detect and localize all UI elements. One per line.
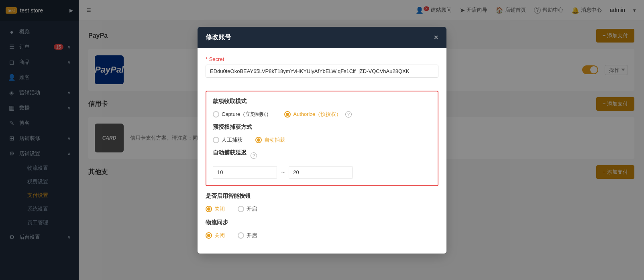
delay-separator: ~ bbox=[281, 169, 285, 176]
delay-min-input[interactable] bbox=[213, 166, 277, 179]
logistics-title: 物流同步 bbox=[206, 219, 438, 226]
logistics-off-option[interactable]: 关闭 bbox=[206, 232, 225, 239]
logistics-on-option[interactable]: 开启 bbox=[238, 232, 257, 239]
secret-input[interactable] bbox=[206, 65, 438, 78]
delay-max-input-wrap: 秒 ∨ bbox=[289, 166, 353, 179]
auto-delay-title: 自动捕获延迟 bbox=[213, 149, 247, 156]
authorize-help-icon[interactable]: ? bbox=[345, 111, 352, 118]
capture-label: Capture（立刻到账） bbox=[222, 111, 271, 118]
auto-delay-help-icon[interactable]: ? bbox=[251, 152, 257, 159]
modal-close-button[interactable]: × bbox=[434, 33, 438, 41]
manual-capture-option[interactable]: 人工捕获 bbox=[213, 136, 243, 144]
payment-mode-title: 款项收取模式 bbox=[213, 98, 431, 105]
payment-mode-radio-group: Capture（立刻到账） Authorize（预授权） ? bbox=[213, 111, 431, 118]
logistics-on-radio[interactable] bbox=[238, 232, 244, 239]
delay-max-input[interactable] bbox=[289, 166, 353, 179]
authorize-label: Authorize（预授权） bbox=[293, 111, 341, 118]
modal-header: 修改账号 × bbox=[198, 27, 446, 48]
secret-field-section: * Secret bbox=[206, 56, 438, 84]
capture-radio[interactable] bbox=[213, 111, 219, 118]
logistics-off-radio[interactable] bbox=[206, 232, 212, 239]
smart-btn-open-label: 开启 bbox=[247, 205, 257, 213]
capture-option[interactable]: Capture（立刻到账） bbox=[213, 111, 271, 118]
logistics-on-label: 开启 bbox=[247, 232, 257, 239]
manual-capture-label: 人工捕获 bbox=[222, 136, 243, 144]
authorize-capture-radio-group: 人工捕获 自动捕获 bbox=[213, 136, 431, 144]
highlight-section: 款项收取模式 Capture（立刻到账） Authorize（预授权） ? 预授… bbox=[206, 91, 438, 186]
logistics-section: 物流同步 关闭 开启 bbox=[206, 219, 438, 239]
authorize-option[interactable]: Authorize（预授权） ? bbox=[284, 111, 352, 118]
logistics-off-label: 关闭 bbox=[214, 232, 225, 239]
smart-btn-section: 是否启用智能按钮 关闭 开启 bbox=[206, 193, 438, 213]
authorize-radio[interactable] bbox=[284, 111, 291, 118]
smart-btn-open-option[interactable]: 开启 bbox=[238, 205, 257, 213]
delay-min-input-wrap: 秒 ∨ bbox=[213, 166, 277, 179]
modal-title: 修改账号 bbox=[206, 33, 231, 42]
modal-dialog: 修改账号 × * Secret 款项收取模式 Capture（立刻到账） bbox=[198, 27, 446, 254]
secret-label: * Secret bbox=[206, 56, 438, 62]
auto-capture-radio[interactable] bbox=[255, 137, 262, 143]
manual-capture-radio[interactable] bbox=[213, 137, 219, 143]
auto-capture-delay-section: 自动捕获延迟 ? 秒 ∨ ~ bbox=[213, 149, 431, 179]
smart-btn-title: 是否启用智能按钮 bbox=[206, 193, 438, 200]
delay-row: 秒 ∨ ~ 秒 ∨ bbox=[213, 166, 431, 179]
modal-body: * Secret 款项收取模式 Capture（立刻到账） Authorize（… bbox=[198, 48, 446, 254]
auto-capture-option[interactable]: 自动捕获 bbox=[255, 136, 285, 144]
smart-btn-close-radio[interactable] bbox=[206, 206, 212, 212]
modal-overlay[interactable]: 修改账号 × * Secret 款项收取模式 Capture（立刻到账） bbox=[0, 0, 644, 280]
authorize-capture-title: 预授权捕获方式 bbox=[213, 124, 431, 131]
smart-btn-radio-group: 关闭 开启 bbox=[206, 205, 438, 213]
smart-btn-open-radio[interactable] bbox=[238, 206, 244, 212]
logistics-radio-group: 关闭 开启 bbox=[206, 232, 438, 239]
smart-btn-close-option[interactable]: 关闭 bbox=[206, 205, 225, 213]
auto-capture-label: 自动捕获 bbox=[264, 136, 285, 144]
smart-btn-close-label: 关闭 bbox=[214, 205, 225, 213]
